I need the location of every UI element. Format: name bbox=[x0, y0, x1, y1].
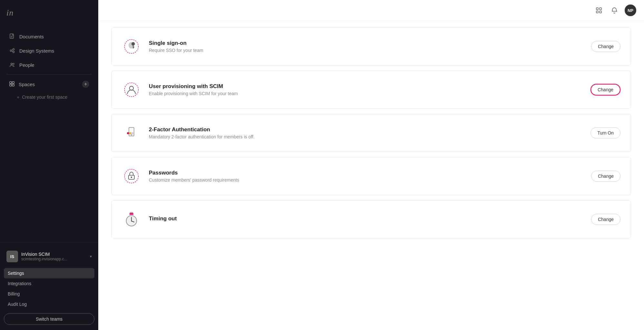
create-first-space-item[interactable]: + Create your first space bbox=[0, 92, 98, 102]
sidebar-menu: Settings Integrations Billing Audit Log bbox=[4, 268, 94, 309]
timeout-title: Timing out bbox=[149, 215, 583, 222]
svg-rect-12 bbox=[12, 82, 14, 84]
passwords-title: Passwords bbox=[149, 170, 583, 176]
svg-text:in: in bbox=[6, 8, 14, 17]
2fa-icon bbox=[122, 123, 141, 143]
sidebar-menu-settings[interactable]: Settings bbox=[4, 268, 94, 278]
svg-point-26 bbox=[130, 86, 134, 90]
sidebar-menu-integrations[interactable]: Integrations bbox=[4, 278, 94, 289]
people-label: People bbox=[19, 62, 34, 68]
svg-point-33 bbox=[124, 169, 138, 183]
setting-card-passwords: Passwords Customize members' password re… bbox=[111, 157, 631, 195]
timeout-action: Change bbox=[591, 214, 620, 225]
sso-info: Single sign-on Require SSO for your team bbox=[149, 40, 583, 53]
svg-line-8 bbox=[12, 51, 13, 52]
nav-divider bbox=[6, 74, 92, 75]
password-icon bbox=[122, 166, 141, 186]
user-avatar[interactable]: NP bbox=[625, 5, 636, 16]
documents-icon bbox=[9, 33, 15, 40]
passwords-desc: Customize members' password requirements bbox=[149, 177, 583, 183]
sidebar: in Documents bbox=[0, 0, 98, 330]
svg-point-5 bbox=[13, 49, 14, 50]
svg-line-7 bbox=[12, 50, 13, 50]
passwords-action: Change bbox=[591, 171, 620, 182]
team-name: InVision SCIM bbox=[21, 252, 87, 257]
svg-point-6 bbox=[13, 51, 14, 53]
timeout-icon bbox=[122, 210, 141, 229]
grid-icon[interactable] bbox=[594, 5, 604, 15]
svg-point-21 bbox=[131, 42, 135, 46]
plus-icon: + bbox=[17, 95, 19, 100]
sso-change-button[interactable]: Change bbox=[591, 41, 620, 52]
sso-desc: Require SSO for your team bbox=[149, 48, 583, 53]
scim-action: Change bbox=[591, 84, 620, 95]
setting-card-scim: User provisioning with SCIM Enable provi… bbox=[111, 71, 631, 109]
sidebar-menu-billing[interactable]: Billing bbox=[4, 289, 94, 299]
svg-rect-16 bbox=[600, 8, 601, 10]
svg-point-35 bbox=[131, 176, 132, 178]
svg-point-10 bbox=[13, 63, 14, 65]
setting-card-timeout: Timing out Change bbox=[111, 200, 631, 238]
svg-point-4 bbox=[10, 50, 12, 52]
sso-action: Change bbox=[591, 41, 620, 52]
team-avatar: IS bbox=[6, 251, 18, 262]
people-icon bbox=[9, 62, 15, 68]
team-details: InVision SCIM scimtesting.invisionapp.c.… bbox=[21, 252, 87, 261]
logo-text: in bbox=[6, 11, 16, 19]
main-content: NP Single sign-on Require SSO for your t… bbox=[98, 0, 644, 330]
scim-icon bbox=[122, 80, 141, 99]
svg-rect-15 bbox=[596, 8, 598, 10]
team-url: scimtesting.invisionapp.c... bbox=[21, 257, 87, 261]
2fa-turnon-button[interactable]: Turn On bbox=[591, 127, 620, 138]
timeout-info: Timing out bbox=[149, 215, 583, 223]
sidebar-bottom: IS InVision SCIM scimtesting.invisionapp… bbox=[0, 242, 98, 330]
svg-rect-13 bbox=[10, 84, 12, 86]
passwords-change-button[interactable]: Change bbox=[591, 171, 620, 182]
sidebar-item-documents[interactable]: Documents bbox=[3, 30, 96, 43]
sso-title: Single sign-on bbox=[149, 40, 583, 46]
team-info[interactable]: IS InVision SCIM scimtesting.invisionapp… bbox=[4, 247, 94, 265]
svg-rect-18 bbox=[600, 11, 601, 13]
top-bar: NP bbox=[98, 0, 644, 21]
scim-title: User provisioning with SCIM bbox=[149, 83, 583, 90]
svg-rect-17 bbox=[596, 11, 598, 13]
settings-content: Single sign-on Require SSO for your team… bbox=[98, 21, 644, 330]
svg-point-30 bbox=[127, 132, 129, 134]
svg-rect-11 bbox=[10, 82, 12, 84]
design-systems-label: Design Systems bbox=[19, 48, 54, 54]
passwords-info: Passwords Customize members' password re… bbox=[149, 170, 583, 183]
add-space-button[interactable]: + bbox=[82, 81, 89, 88]
svg-point-31 bbox=[129, 132, 131, 134]
sidebar-item-design-systems[interactable]: Design Systems bbox=[3, 44, 96, 57]
sidebar-item-people[interactable]: People bbox=[3, 58, 96, 72]
sidebar-nav: Documents Design Systems bbox=[0, 26, 98, 242]
2fa-action: Turn On bbox=[591, 127, 620, 138]
notification-bell-icon[interactable] bbox=[609, 5, 620, 15]
svg-point-29 bbox=[131, 134, 132, 135]
scim-info: User provisioning with SCIM Enable provi… bbox=[149, 83, 583, 96]
spaces-label: Spaces bbox=[19, 82, 35, 87]
spaces-icon bbox=[9, 81, 15, 88]
documents-label: Documents bbox=[19, 34, 44, 39]
sso-icon bbox=[122, 37, 141, 56]
setting-card-sso: Single sign-on Require SSO for your team… bbox=[111, 27, 631, 65]
chevron-down-icon: ▾ bbox=[90, 254, 92, 259]
app-logo[interactable]: in bbox=[0, 0, 98, 26]
svg-point-9 bbox=[11, 63, 13, 65]
svg-rect-32 bbox=[131, 132, 133, 134]
svg-rect-37 bbox=[130, 212, 133, 214]
svg-rect-14 bbox=[12, 84, 14, 86]
setting-card-2fa: 2-Factor Authentication Mandatory 2-fact… bbox=[111, 114, 631, 152]
create-space-label: Create your first space bbox=[22, 95, 67, 100]
2fa-info: 2-Factor Authentication Mandatory 2-fact… bbox=[149, 126, 583, 139]
switch-teams-button[interactable]: Switch teams bbox=[4, 313, 94, 325]
scim-desc: Enable provisioning with SCIM for your t… bbox=[149, 91, 583, 96]
design-systems-icon bbox=[9, 47, 15, 54]
2fa-title: 2-Factor Authentication bbox=[149, 126, 583, 133]
scim-change-button[interactable]: Change bbox=[591, 84, 620, 95]
sidebar-menu-audit-log[interactable]: Audit Log bbox=[4, 299, 94, 309]
spaces-section-header: Spaces + bbox=[3, 77, 96, 91]
2fa-desc: Mandatory 2-factor authentication for me… bbox=[149, 134, 583, 139]
timeout-change-button[interactable]: Change bbox=[591, 214, 620, 225]
